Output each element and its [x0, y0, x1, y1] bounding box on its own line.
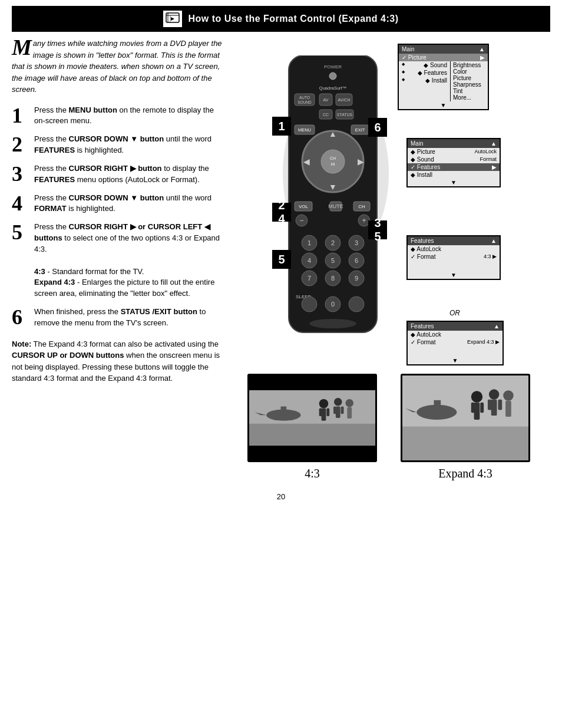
image-43: 4:3	[247, 374, 377, 480]
svg-point-63	[349, 297, 364, 312]
menu-screen-4: Features▲ ◆ AutoLock ✓ FormatExpand 4:3 …	[406, 321, 504, 365]
step-badge-6: 6	[368, 118, 387, 137]
diagrams-area: POWER QuadraSurf™ AUTO SOUND AV AV/CH CC	[224, 38, 554, 368]
svg-text:AV: AV	[323, 98, 329, 102]
header-title: How to Use the Format Control (Expand 4:…	[188, 14, 398, 24]
svg-point-70	[319, 399, 329, 409]
image-expand-label: Expand 4:3	[401, 467, 530, 480]
svg-text:HI: HI	[331, 162, 335, 166]
svg-text:6: 6	[355, 257, 358, 264]
svg-text:7: 7	[308, 275, 311, 282]
svg-text:▶: ▶	[358, 157, 364, 166]
svg-text:5: 5	[331, 257, 335, 264]
svg-rect-73	[326, 408, 329, 416]
remote-control: POWER QuadraSurf™ AUTO SOUND AV AV/CH CC	[277, 55, 389, 346]
tv-expand-display	[401, 374, 530, 462]
step-badge-3: 35	[368, 220, 387, 239]
step-3-number: 3	[12, 163, 28, 185]
svg-text:▲: ▲	[329, 129, 337, 139]
step-3-text: Press the CURSOR RIGHT ▶ button to displ…	[34, 163, 224, 186]
svg-point-89	[489, 389, 500, 400]
svg-text:▼: ▼	[329, 182, 337, 192]
svg-point-78	[345, 399, 353, 407]
svg-rect-79	[347, 407, 352, 419]
svg-text:1: 1	[308, 239, 311, 246]
svg-text:+: +	[362, 216, 366, 225]
svg-text:CH: CH	[358, 204, 365, 209]
svg-point-74	[334, 398, 342, 406]
step-4: 4 Press the CURSOR DOWN ▼ button until t…	[12, 193, 224, 215]
svg-text:MENU: MENU	[298, 127, 311, 133]
svg-rect-77	[341, 407, 344, 414]
svg-text:2: 2	[331, 239, 335, 246]
svg-text:VOL: VOL	[299, 204, 309, 209]
letterbox-top-bar	[249, 375, 375, 390]
step-6-text: When finished, press the STATUS /EXIT bu…	[34, 307, 224, 329]
image-expand: Expand 4:3	[401, 374, 530, 480]
svg-text:CC: CC	[323, 113, 329, 117]
svg-rect-91	[488, 400, 492, 410]
svg-text:CH: CH	[330, 156, 336, 160]
svg-text:AUTO: AUTO	[299, 95, 310, 100]
image-43-label: 4:3	[247, 467, 377, 480]
scene-content-expand	[402, 375, 528, 460]
svg-text:QuadraSurf™: QuadraSurf™	[319, 85, 346, 91]
svg-point-85	[471, 391, 482, 402]
step-6: 6 When finished, press the STATUS /EXIT …	[12, 307, 224, 329]
svg-point-24	[321, 150, 345, 173]
page-header: How to Use the Format Control (Expand 4:…	[12, 6, 550, 32]
tv-43-display	[247, 374, 377, 462]
svg-rect-69	[281, 407, 287, 416]
comparison-images: 4:3	[224, 374, 554, 480]
svg-rect-86	[474, 403, 480, 420]
menu-screen-3: Features▲ ◆ AutoLock ✓ Format4:3 ▶ ▼	[406, 235, 501, 280]
step-5-text: Press the CURSOR RIGHT ▶ or CURSOR LEFT …	[34, 222, 224, 299]
step-1-number: 1	[12, 105, 28, 126]
step-5-number: 5	[12, 222, 28, 243]
step-badge-1: 1	[272, 117, 291, 136]
step-5: 5 Press the CURSOR RIGHT ▶ or CURSOR LEF…	[12, 222, 224, 299]
svg-rect-87	[471, 403, 475, 413]
svg-text:STATUS: STATUS	[337, 113, 353, 117]
svg-point-93	[503, 390, 514, 401]
svg-text:AV/CH: AV/CH	[338, 98, 351, 102]
svg-text:MUTE: MUTE	[328, 203, 343, 209]
letterbox-bottom-bar	[249, 446, 375, 460]
left-column: Many times while watching movies from a …	[12, 38, 224, 480]
step-1-text: Press the MENU button on the remote to d…	[34, 105, 224, 127]
svg-rect-81	[402, 427, 528, 460]
page-number: 20	[0, 492, 562, 510]
note-section: Note: The Expand 4:3 format can also be …	[12, 338, 224, 384]
svg-text:POWER: POWER	[324, 64, 342, 70]
svg-rect-90	[491, 400, 497, 416]
step-3: 3 Press the CURSOR RIGHT ▶ button to dis…	[12, 163, 224, 186]
step-2: 2 Press the CURSOR DOWN ▼ button until t…	[12, 134, 224, 156]
svg-point-6	[329, 73, 336, 80]
svg-rect-92	[498, 400, 502, 410]
header-icon	[163, 11, 182, 27]
drop-cap: M	[12, 38, 32, 57]
svg-text:SOUND: SOUND	[297, 100, 312, 104]
step-6-number: 6	[12, 307, 28, 328]
step-4-number: 4	[12, 193, 28, 214]
scene-content-43	[249, 390, 375, 446]
step-2-text: Press the CURSOR DOWN ▼ button until the…	[34, 134, 224, 156]
main-content: Many times while watching movies from a …	[0, 32, 562, 486]
svg-rect-72	[319, 408, 322, 416]
svg-rect-66	[249, 424, 375, 446]
svg-text:8: 8	[331, 275, 335, 282]
svg-text:3: 3	[355, 239, 358, 246]
svg-rect-94	[505, 401, 511, 417]
menu-screen-1: Main▲ ✓ Picture▶ ◆ Sound ◆ Features ◆ In…	[398, 44, 489, 110]
step-1: 1 Press the MENU button on the remote to…	[12, 105, 224, 127]
svg-text:−: −	[299, 216, 303, 225]
right-column: POWER QuadraSurf™ AUTO SOUND AV AV/CH CC	[224, 38, 554, 480]
svg-rect-88	[480, 403, 484, 413]
intro-text: Many times while watching movies from a …	[12, 38, 224, 95]
svg-text:EXIT: EXIT	[355, 127, 365, 133]
or-label: OR	[449, 309, 460, 317]
svg-text:4: 4	[308, 257, 311, 264]
step-badge-2-4: 24	[272, 203, 291, 222]
svg-rect-84	[434, 400, 441, 413]
svg-text:0: 0	[331, 301, 335, 308]
